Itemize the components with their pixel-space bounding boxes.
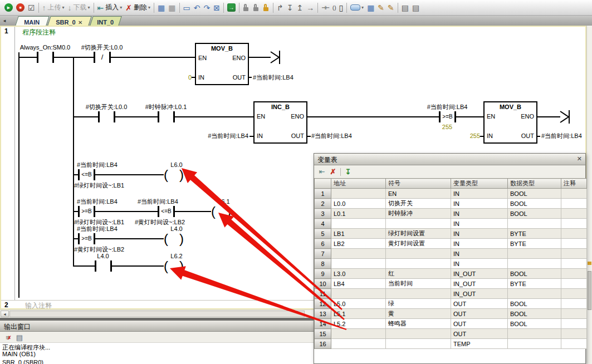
operand-label[interactable]: #当前时间:LB4 bbox=[77, 225, 118, 232]
table-cell[interactable]: BOOL bbox=[508, 309, 561, 319]
compare-contact[interactable]: <=B bbox=[78, 169, 95, 180]
row-number[interactable]: 10 bbox=[315, 279, 331, 289]
row-number[interactable]: 11 bbox=[315, 289, 331, 299]
row-number[interactable]: 3 bbox=[315, 209, 331, 219]
address-tag-icon[interactable]: ▾ bbox=[349, 2, 365, 14]
table-cell[interactable] bbox=[386, 249, 451, 259]
column-header[interactable]: 符号 bbox=[386, 179, 451, 189]
compare-value[interactable]: 255 bbox=[442, 124, 452, 130]
delete-page-icon[interactable]: ⊠ bbox=[212, 2, 221, 14]
table-cell[interactable]: 黄灯时间设置 bbox=[386, 239, 451, 249]
table-cell[interactable]: IN bbox=[451, 209, 508, 219]
table-cell[interactable] bbox=[561, 299, 587, 309]
table-cell[interactable]: BOOL bbox=[508, 189, 561, 199]
table-cell[interactable] bbox=[386, 219, 451, 229]
in-operand[interactable]: #当前时间:LB4 bbox=[198, 132, 248, 139]
coil-label[interactable]: L6.2 bbox=[170, 253, 182, 259]
table-cell[interactable] bbox=[386, 259, 451, 269]
branch-up-icon[interactable]: ↥ bbox=[295, 2, 304, 14]
table-cell[interactable]: IN bbox=[451, 199, 508, 209]
row-number[interactable]: 8 bbox=[315, 259, 331, 269]
table-cell[interactable] bbox=[331, 249, 386, 259]
row-number[interactable]: 16 bbox=[315, 339, 331, 349]
coil-label[interactable]: L6.1 bbox=[218, 198, 229, 205]
symbol-table-icon[interactable]: ▦ bbox=[366, 2, 375, 14]
table-cell[interactable]: LB1 bbox=[331, 229, 386, 239]
operand-label[interactable]: #时钟脉冲:L0.1 bbox=[145, 104, 187, 110]
shape-box-icon[interactable]: ▭ bbox=[182, 2, 192, 14]
network-comment[interactable]: 程序段注释 bbox=[22, 28, 56, 37]
table-cell[interactable] bbox=[561, 239, 587, 249]
table-cell[interactable]: 红 bbox=[386, 269, 451, 279]
out-operand[interactable]: #当前时间:LB4 bbox=[253, 74, 293, 81]
ladder-contact-icon[interactable]: ⊣⊢ bbox=[320, 2, 330, 14]
row-number[interactable]: 13 bbox=[315, 309, 331, 319]
table-cell[interactable] bbox=[331, 339, 386, 349]
table-cell[interactable] bbox=[561, 249, 587, 259]
operand-label[interactable]: #绿灯时间设~:LB1 bbox=[74, 219, 124, 225]
wizard-icon[interactable]: ▦ bbox=[156, 2, 166, 14]
redo-icon[interactable]: ↷ bbox=[203, 2, 212, 14]
table-cell[interactable] bbox=[561, 209, 587, 219]
table-cell[interactable] bbox=[561, 229, 587, 239]
tab-scroll-left-button[interactable]: ◂ bbox=[1, 17, 8, 24]
ladder-coil-icon[interactable]: ( ) bbox=[331, 2, 337, 14]
table-cell[interactable]: OUT bbox=[451, 319, 508, 329]
table-cell[interactable] bbox=[561, 339, 587, 349]
column-header[interactable]: 变量类型 bbox=[451, 179, 508, 189]
run-icon[interactable]: ▶ bbox=[3, 2, 14, 14]
table-cell[interactable] bbox=[386, 289, 451, 299]
column-header[interactable]: 地址 bbox=[331, 179, 386, 189]
table-cell[interactable]: L0.0 bbox=[331, 199, 386, 209]
coil-l4-0[interactable] bbox=[164, 232, 184, 246]
vertical-scrollbar[interactable] bbox=[586, 26, 592, 364]
table-cell[interactable]: BOOL bbox=[508, 269, 561, 279]
table-cell[interactable] bbox=[561, 269, 587, 279]
movb-box-2[interactable]: MOV_B EN ENO IN OUT bbox=[483, 101, 537, 144]
operand-label[interactable]: #黄灯时间设~:LB2 bbox=[74, 246, 124, 253]
table-cell[interactable]: IN_OUT bbox=[451, 269, 508, 279]
table-cell[interactable] bbox=[508, 329, 561, 339]
table-cell[interactable]: IN bbox=[451, 259, 508, 269]
table-cell[interactable] bbox=[508, 259, 561, 269]
table-cell[interactable] bbox=[561, 259, 587, 269]
table-cell[interactable]: L5.0 bbox=[331, 299, 386, 309]
row-number[interactable]: 1 bbox=[315, 189, 331, 199]
scroll-left-icon[interactable]: ◂ bbox=[1, 311, 9, 317]
insert-icon[interactable]: ⇤插入▾ bbox=[96, 2, 124, 14]
operand-label[interactable]: Always_On:SM0.0 bbox=[20, 44, 70, 51]
upload-icon[interactable]: ↑上传▾ bbox=[41, 2, 66, 14]
coil-label[interactable]: L6.0 bbox=[170, 161, 182, 168]
compare-contact[interactable]: >=B bbox=[439, 111, 456, 122]
contact-switch[interactable] bbox=[98, 111, 115, 122]
table-cell[interactable]: BYTE bbox=[508, 239, 561, 249]
scrollbar-thumb[interactable] bbox=[588, 271, 591, 310]
compare-contact[interactable]: >=B bbox=[78, 233, 95, 244]
branch-down-icon[interactable]: ↱ bbox=[276, 2, 285, 14]
coil-label[interactable]: L4.0 bbox=[170, 225, 182, 232]
operand-label[interactable]: #当前时间:LB4 bbox=[77, 198, 118, 205]
table-cell[interactable]: BYTE bbox=[508, 279, 561, 289]
row-number[interactable]: 6 bbox=[315, 239, 331, 249]
table-cell[interactable]: 绿灯时间设置 bbox=[386, 229, 451, 239]
table-cell[interactable] bbox=[508, 289, 561, 299]
table-cell[interactable]: BYTE bbox=[508, 229, 561, 239]
table-cell[interactable] bbox=[561, 219, 587, 229]
table-cell[interactable]: 绿 bbox=[386, 299, 451, 309]
row-number[interactable]: 15 bbox=[315, 329, 331, 339]
table-cell[interactable]: OUT bbox=[451, 299, 508, 309]
contact-clock-pulse[interactable] bbox=[158, 111, 175, 122]
bookmark-icon[interactable]: ▤ bbox=[400, 2, 410, 14]
tab-close-icon[interactable]: ✕ bbox=[78, 19, 82, 26]
operand-label[interactable]: #当前时间:LB4 bbox=[138, 198, 178, 205]
pou-open-icon[interactable]: → bbox=[226, 2, 237, 14]
delete-row-icon[interactable]: ✗ bbox=[327, 168, 339, 176]
table-cell[interactable] bbox=[561, 199, 587, 209]
row-number[interactable]: 2 bbox=[315, 199, 331, 209]
table-cell[interactable]: IN bbox=[451, 229, 508, 239]
table-cell[interactable]: TEMP bbox=[451, 339, 508, 349]
table-cell[interactable]: BOOL bbox=[508, 209, 561, 219]
lock-3-icon[interactable] bbox=[262, 2, 271, 14]
table-cell[interactable]: EN bbox=[386, 189, 451, 199]
table-cell[interactable] bbox=[386, 339, 451, 349]
